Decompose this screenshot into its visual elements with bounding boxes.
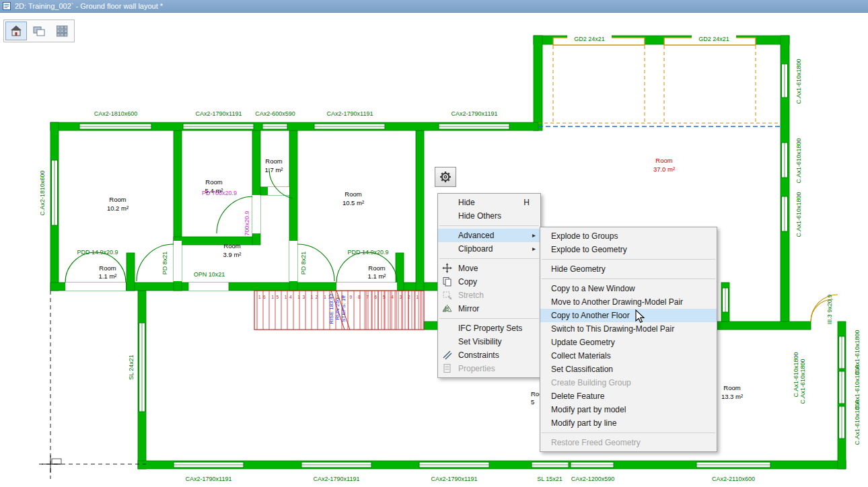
door-label: III.3 9x20.9 xyxy=(826,295,833,325)
menu-item-restore-freed-geometry[interactable]: Restore Freed Geometry xyxy=(540,436,717,449)
menu-item-label: Move to Another Drawing-Model Pair xyxy=(551,297,683,307)
move-icon xyxy=(442,263,453,274)
menu-separator xyxy=(439,225,539,226)
menu-item-set-visibility[interactable]: Set Visibility xyxy=(438,335,540,348)
menu-separator xyxy=(542,259,715,260)
stairs: 16 15 14 13 12 11 10 9 8 7 6 5 4 3 2 1 R… xyxy=(254,291,424,330)
stair-rise-label: RISE 183.47 xyxy=(328,293,334,324)
submenu-arrow-icon: ▸ xyxy=(532,229,536,242)
menu-item-properties[interactable]: Properties xyxy=(438,362,540,375)
room-area: 1.7 m² xyxy=(265,166,283,174)
mouse-cursor xyxy=(635,309,649,326)
window-label: CAx2-1200x590 xyxy=(571,476,615,482)
menu-separator xyxy=(439,258,539,259)
room-area-partial: 5 xyxy=(531,398,534,406)
menu-item-copy[interactable]: Copy xyxy=(438,275,540,289)
menu-item-label: Copy to Another Floor xyxy=(551,311,630,320)
room-area: 1.1 m² xyxy=(368,272,386,280)
window-label: CAx2-1790x1191 xyxy=(327,110,373,117)
menu-item-mirror[interactable]: Mirror xyxy=(438,302,540,315)
menu-item-hide-geometry[interactable]: Hide Geometry xyxy=(540,262,717,276)
gear-icon xyxy=(439,170,452,184)
room-area: 10.2 m² xyxy=(107,204,129,212)
menu-item-label: Copy to a New Window xyxy=(551,284,635,293)
menu-item-delete-feature[interactable]: Delete Feature xyxy=(540,389,717,403)
menu-item-constraints[interactable]: Constraints xyxy=(438,348,540,362)
drawing-views-button[interactable] xyxy=(28,22,50,40)
menu-separator xyxy=(542,433,715,433)
menu-item-move-to-another-drawing-model-pair[interactable]: Move to Another Drawing-Model Pair xyxy=(540,295,717,309)
door-label: PDD 14.9x20.9 xyxy=(77,249,118,256)
menu-separator xyxy=(542,278,715,279)
menu-item-label: Create Building Group xyxy=(551,378,631,387)
app-window: 16 15 14 13 12 11 10 9 8 7 6 5 4 3 2 1 R… xyxy=(0,0,868,487)
garage-door-label: GD2 24x21 xyxy=(698,36,729,42)
advanced-submenu: Explode to Groups Explode to Geometry Hi… xyxy=(540,227,717,452)
sheet-grid-icon xyxy=(55,24,69,38)
stretch-icon xyxy=(442,290,453,301)
room-name: Room xyxy=(368,264,385,272)
menu-item-explode-to-geometry[interactable]: Explode to Geometry xyxy=(540,243,717,256)
submenu-arrow-icon: ▸ xyxy=(532,242,536,256)
copy-icon xyxy=(442,276,453,287)
menu-item-copy-to-another-floor[interactable]: Copy to Another Floor xyxy=(540,309,717,322)
menu-item-hide-others[interactable]: Hide Others xyxy=(438,209,540,223)
window-label: CAx2-1790x1191 xyxy=(314,476,360,482)
room-name: Room xyxy=(265,157,282,165)
house-plan-button[interactable] xyxy=(5,22,27,40)
menu-item-modify-part-by-model[interactable]: Modify part by model xyxy=(540,403,717,416)
properties-icon xyxy=(442,363,453,374)
door-label: 700x20.9 xyxy=(244,211,250,235)
menu-item-create-building-group[interactable]: Create Building Group xyxy=(540,376,717,389)
door-label: PDD 14.9x20.9 xyxy=(347,249,388,256)
room-area: 3.9 m² xyxy=(223,251,242,258)
drawing-canvas[interactable]: 16 15 14 13 12 11 10 9 8 7 6 5 4 3 2 1 R… xyxy=(0,0,868,487)
menu-item-move[interactable]: Move xyxy=(438,262,540,275)
mirror-icon xyxy=(442,303,453,314)
menu-item-switch-to-this-drawing-model-pair[interactable]: Switch to This Drawing-Model Pair xyxy=(540,322,717,336)
menu-item-hide[interactable]: Hide H xyxy=(438,196,540,209)
menu-shortcut: H xyxy=(523,196,530,209)
house-plan-icon xyxy=(9,24,23,38)
window-label: C.Ax1-610x1800 xyxy=(799,359,806,404)
window-label: C.Ax1-610x1800 xyxy=(795,59,802,104)
menu-item-set-classification[interactable]: Set Classification xyxy=(540,363,717,376)
menu-item-label: Hide Others xyxy=(458,211,501,221)
door-label: PD 8x21 xyxy=(161,252,168,275)
window-label: C.Ax1-610x1800 xyxy=(795,192,802,237)
window-label: C.Ax1-610x1800 xyxy=(854,400,861,445)
sheet-grid-button[interactable] xyxy=(51,22,73,40)
context-menu: Hide H Hide Others Advanced ▸ Clipboard … xyxy=(437,193,541,378)
menu-item-collect-materials[interactable]: Collect Materials xyxy=(540,349,717,363)
room-name: Room xyxy=(655,157,672,164)
drawing-file-icon xyxy=(3,2,11,10)
menu-item-label: Modify part by model xyxy=(551,405,626,414)
menu-item-label: Set Classification xyxy=(551,365,613,374)
stair-steps-label: STEPS: 16 xyxy=(340,295,347,322)
window-label: C.Ax1-610x1800 xyxy=(795,138,802,183)
menu-item-update-geometry[interactable]: Update Geometry xyxy=(540,336,717,349)
menu-item-clipboard[interactable]: Clipboard ▸ xyxy=(438,242,540,256)
menu-item-ifc-property-sets[interactable]: IFC Property Sets xyxy=(438,322,540,335)
menu-item-label: Hide xyxy=(458,198,475,207)
construction-guides xyxy=(39,291,146,479)
window-label: SL 15x21 xyxy=(537,476,563,482)
menu-item-modify-part-by-line[interactable]: Modify part by line xyxy=(540,416,717,430)
menu-item-label: Explode to Geometry xyxy=(551,245,627,254)
menu-item-advanced[interactable]: Advanced ▸ xyxy=(438,229,540,242)
menu-item-label: Delete Feature xyxy=(551,391,604,401)
title-bar: 2D: Training_002` - Ground floor wall la… xyxy=(0,0,868,13)
menu-item-label: Stretch xyxy=(458,291,484,300)
menu-item-label: Clipboard xyxy=(458,244,493,254)
window-label: C.Ax2-1810x600 xyxy=(39,170,46,215)
menu-item-label: Mirror xyxy=(458,304,479,313)
menu-item-label: Set Visibility xyxy=(458,337,501,346)
menu-item-label: Explode to Groups xyxy=(551,231,618,241)
menu-item-label: Copy xyxy=(458,277,477,287)
menu-item-stretch[interactable]: Stretch xyxy=(438,289,540,302)
opening-label: OPN 10x21 xyxy=(194,271,225,278)
context-gear-button[interactable] xyxy=(435,167,456,187)
menu-item-label: Restore Freed Geometry xyxy=(551,438,641,447)
menu-item-copy-to-a-new-window[interactable]: Copy to a New Window xyxy=(540,282,717,295)
menu-item-explode-to-groups[interactable]: Explode to Groups xyxy=(540,229,717,243)
